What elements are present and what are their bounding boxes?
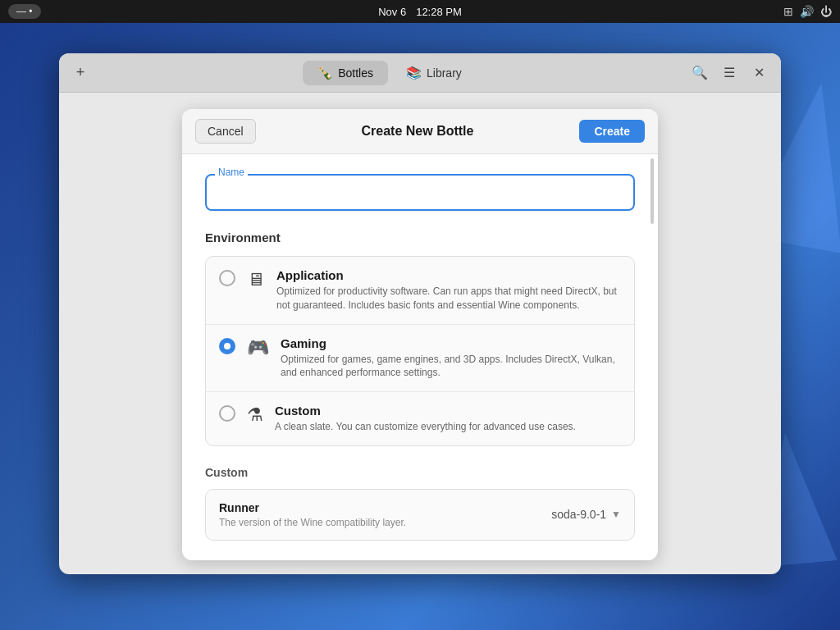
radio-gaming[interactable] [219,338,235,354]
chevron-down-icon: ▼ [611,509,621,520]
taskbar-pill[interactable]: — • [8,4,41,19]
gaming-text: Gaming Optimized for games, game engines… [281,336,621,381]
app-window: + 🍾 Bottles 📚 Library 🔍 ☰ ✕ [59,53,781,574]
taskbar-pill-text: — • [16,6,33,17]
taskbar-right: ⊞ 🔊 ⏻ [783,5,832,18]
dialog-header: Cancel Create New Bottle Create [182,109,658,154]
runner-select[interactable]: soda-9.0-1 ▼ [551,508,621,521]
taskbar-left: — • [8,4,41,19]
name-input-group: Name [205,174,635,211]
library-tab-icon: 📚 [406,66,422,80]
custom-env-desc: A clean slate. You can customize everyth… [275,420,621,434]
runner-name: Runner [219,501,551,514]
custom-env-name: Custom [275,404,621,418]
runner-value: soda-9.0-1 [551,508,606,521]
runner-desc: The version of the Wine compatibility la… [219,517,551,528]
titlebar: + 🍾 Bottles 📚 Library 🔍 ☰ ✕ [59,53,781,93]
network-icon[interactable]: ⊞ [783,5,793,18]
bottles-tab-icon: 🍾 [317,66,333,80]
close-icon: ✕ [754,65,765,80]
create-bottle-dialog: Cancel Create New Bottle Create Name Env… [182,109,658,560]
gaming-name: Gaming [281,336,621,350]
dialog-scrollbar[interactable] [650,158,655,557]
env-option-application[interactable]: 🖥 Application Optimized for productivity… [206,257,634,325]
runner-text: Runner The version of the Wine compatibi… [219,501,551,528]
bottles-tab-label: Bottles [338,66,373,80]
power-icon[interactable]: ⏻ [820,5,832,18]
volume-icon[interactable]: 🔊 [800,5,814,18]
cancel-button[interactable]: Cancel [195,119,256,144]
env-option-gaming[interactable]: 🎮 Gaming Optimized for games, game engin… [206,325,634,393]
taskbar-center: Nov 6 12:28 PM [378,6,462,18]
window-content: Cancel Create New Bottle Create Name Env… [59,93,781,574]
application-desc: Optimized for productivity software. Can… [276,285,621,313]
scrollbar-thumb [651,158,654,224]
titlebar-tabs: 🍾 Bottles 📚 Library [98,61,681,85]
gaming-desc: Optimized for games, game engines, and 3… [281,353,621,381]
radio-application[interactable] [219,270,235,286]
menu-icon: ☰ [724,65,735,80]
environment-section-label: Environment [205,231,635,244]
environment-options: 🖥 Application Optimized for productivity… [205,256,635,446]
application-icon: 🖥 [247,269,265,290]
titlebar-actions: 🔍 ☰ ✕ [687,61,771,85]
custom-section-label: Custom [205,466,635,479]
taskbar: — • Nov 6 12:28 PM ⊞ 🔊 ⏻ [0,0,840,23]
application-name: Application [276,268,621,282]
create-button[interactable]: Create [579,120,645,143]
tab-library[interactable]: 📚 Library [391,61,477,85]
name-input-label: Name [215,167,248,178]
plus-icon: + [76,64,85,81]
library-tab-label: Library [427,66,462,80]
menu-button[interactable]: ☰ [717,61,742,85]
search-icon: 🔍 [692,65,708,80]
dialog-title: Create New Bottle [256,124,580,139]
tab-bottles[interactable]: 🍾 Bottles [303,61,388,85]
custom-env-icon: ⚗ [247,404,263,426]
gaming-icon: 🎮 [247,337,269,358]
close-button[interactable]: ✕ [746,61,771,85]
dialog-body: Name Environment 🖥 Application Optimized… [182,154,658,560]
application-text: Application Optimized for productivity s… [276,268,621,313]
custom-env-text: Custom A clean slate. You can customize … [275,404,621,434]
runner-row: Runner The version of the Wine compatibi… [205,489,635,541]
add-bottle-button[interactable]: + [69,62,92,84]
name-input[interactable] [205,174,635,211]
radio-custom[interactable] [219,405,235,422]
search-button[interactable]: 🔍 [687,61,712,85]
taskbar-date: Nov 6 [378,6,406,18]
taskbar-time: 12:28 PM [416,6,462,18]
env-option-custom[interactable]: ⚗ Custom A clean slate. You can customiz… [206,392,634,445]
